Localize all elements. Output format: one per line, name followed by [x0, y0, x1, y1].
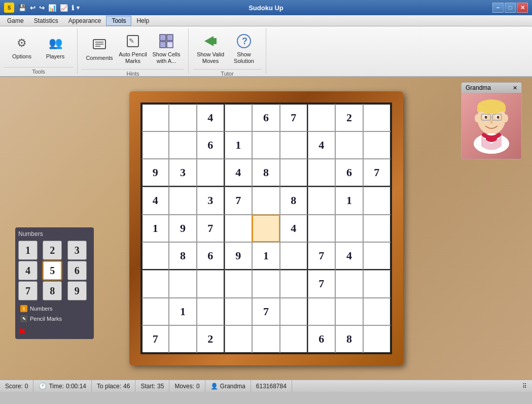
cell-0-6[interactable]: [308, 104, 336, 131]
cell-8-6[interactable]: 6: [308, 325, 336, 353]
cell-0-3[interactable]: [225, 104, 253, 131]
cell-5-0[interactable]: [141, 242, 169, 270]
options-button[interactable]: ⚙ Options: [6, 30, 38, 65]
cell-3-6[interactable]: [308, 187, 336, 215]
number-btn-9[interactable]: 9: [67, 281, 87, 300]
resize-segment[interactable]: ⠿: [292, 380, 532, 392]
menu-appearance[interactable]: Appearance: [63, 16, 107, 25]
cell-3-8[interactable]: [363, 187, 391, 215]
cell-4-2[interactable]: 7: [197, 215, 225, 243]
cell-2-4[interactable]: 8: [252, 159, 280, 187]
cell-4-7[interactable]: [335, 215, 363, 243]
cell-6-0[interactable]: [141, 270, 169, 298]
number-btn-7[interactable]: 7: [18, 281, 38, 300]
qa-redo[interactable]: ↪: [38, 4, 46, 12]
cell-4-0[interactable]: 1: [141, 215, 169, 243]
cell-5-1[interactable]: 8: [169, 242, 197, 270]
cell-7-4[interactable]: 7: [252, 298, 280, 326]
qa-save[interactable]: 💾: [17, 4, 27, 12]
cell-8-1[interactable]: [169, 325, 197, 353]
cell-5-8[interactable]: [363, 242, 391, 270]
cell-2-2[interactable]: [197, 159, 225, 187]
cell-7-5[interactable]: [280, 298, 308, 326]
menu-tools[interactable]: Tools: [106, 16, 131, 26]
number-btn-8[interactable]: 8: [43, 281, 62, 300]
cell-3-2[interactable]: 3: [197, 187, 225, 215]
number-btn-4[interactable]: 4: [18, 261, 38, 280]
cell-1-6[interactable]: 4: [308, 131, 336, 159]
cell-8-4[interactable]: [252, 325, 280, 353]
delete-button[interactable]: ✖: [18, 326, 28, 336]
qa-help[interactable]: ℹ: [70, 4, 75, 12]
cell-2-8[interactable]: 7: [363, 159, 391, 187]
cell-8-7[interactable]: 8: [335, 325, 363, 353]
cell-1-1[interactable]: [169, 131, 197, 159]
cell-3-5[interactable]: 8: [280, 187, 308, 215]
cell-2-1[interactable]: 3: [169, 159, 197, 187]
cell-6-5[interactable]: [280, 270, 308, 298]
cell-8-0[interactable]: 7: [141, 325, 169, 353]
cell-2-0[interactable]: 9: [141, 159, 169, 187]
qa-dropdown[interactable]: ▾: [77, 5, 80, 11]
cell-0-8[interactable]: [363, 104, 391, 131]
cell-7-7[interactable]: [335, 298, 363, 326]
cell-5-6[interactable]: 7: [308, 242, 336, 270]
mode-numbers-button[interactable]: 1 Numbers: [18, 304, 91, 314]
cell-7-1[interactable]: 1: [169, 298, 197, 326]
menu-statistics[interactable]: Statistics: [29, 16, 63, 25]
cell-1-7[interactable]: [335, 131, 363, 159]
cell-2-5[interactable]: [280, 159, 308, 187]
cell-1-2[interactable]: 6: [197, 131, 225, 159]
number-btn-3[interactable]: 3: [67, 241, 87, 260]
cell-5-5[interactable]: [280, 242, 308, 270]
qa-stats[interactable]: 📊: [47, 4, 57, 12]
menu-help[interactable]: Help: [131, 16, 154, 25]
number-btn-1[interactable]: 1: [18, 241, 38, 260]
cell-2-6[interactable]: [308, 159, 336, 187]
maximize-button[interactable]: □: [505, 3, 516, 13]
cell-5-4[interactable]: 1: [252, 242, 280, 270]
cell-3-0[interactable]: 4: [141, 187, 169, 215]
show-valid-moves-button[interactable]: Show ValidMoves: [195, 30, 226, 67]
close-button[interactable]: ✕: [517, 3, 528, 13]
cell-3-7[interactable]: 1: [335, 187, 363, 215]
cell-8-3[interactable]: [225, 325, 253, 353]
comments-button[interactable]: Comments: [84, 31, 115, 66]
qa-graph[interactable]: 📈: [59, 4, 69, 12]
cell-6-3[interactable]: [225, 270, 253, 298]
cell-6-8[interactable]: [363, 270, 391, 298]
cell-0-2[interactable]: 4: [197, 104, 225, 131]
cell-6-7[interactable]: [335, 270, 363, 298]
cell-8-8[interactable]: [363, 325, 391, 353]
qa-undo[interactable]: ↩: [29, 4, 37, 12]
minimize-button[interactable]: −: [492, 3, 504, 13]
cell-0-4[interactable]: 6: [252, 104, 280, 131]
cell-4-1[interactable]: 9: [169, 215, 197, 243]
cell-7-0[interactable]: [141, 298, 169, 326]
menu-game[interactable]: Game: [2, 16, 29, 25]
cell-1-0[interactable]: [141, 131, 169, 159]
cell-5-2[interactable]: 6: [197, 242, 225, 270]
cell-0-5[interactable]: 7: [280, 104, 308, 131]
cell-8-2[interactable]: 2: [197, 325, 225, 353]
cell-1-8[interactable]: [363, 131, 391, 159]
number-btn-5[interactable]: 5: [43, 261, 62, 280]
cell-8-5[interactable]: [280, 325, 308, 353]
cell-5-7[interactable]: 4: [335, 242, 363, 270]
number-btn-2[interactable]: 2: [43, 241, 62, 260]
show-cells-button[interactable]: Show Cellswith A...: [151, 30, 182, 67]
number-btn-6[interactable]: 6: [67, 261, 87, 280]
cell-3-4[interactable]: [252, 187, 280, 215]
player-panel-close[interactable]: ✕: [513, 85, 517, 91]
cell-0-1[interactable]: [169, 104, 197, 131]
auto-pencil-button[interactable]: ✎ Auto PencilMarks: [117, 30, 149, 67]
cell-0-7[interactable]: 2: [335, 104, 363, 131]
cell-7-2[interactable]: [197, 298, 225, 326]
cell-1-4[interactable]: [252, 131, 280, 159]
cell-6-2[interactable]: [197, 270, 225, 298]
cell-6-1[interactable]: [169, 270, 197, 298]
show-solution-button[interactable]: ? ShowSolution: [228, 30, 260, 67]
cell-2-7[interactable]: 6: [335, 159, 363, 187]
cell-5-3[interactable]: 9: [225, 242, 253, 270]
cell-4-6[interactable]: [308, 215, 336, 243]
